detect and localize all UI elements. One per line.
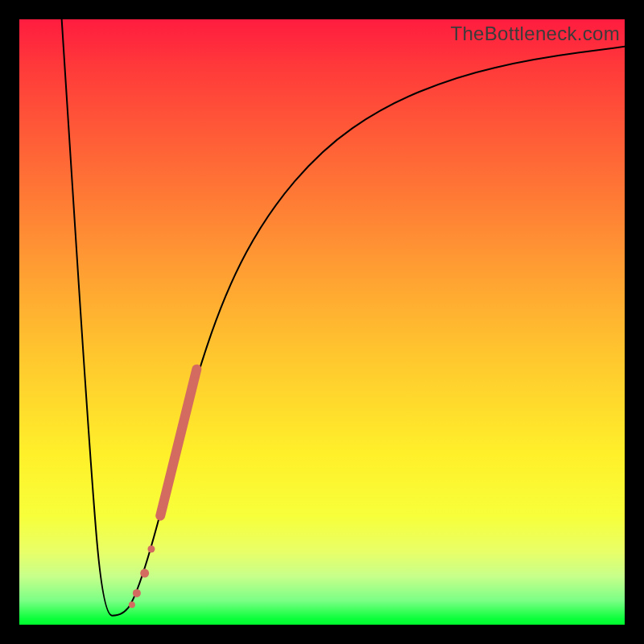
bottleneck-curve <box>62 19 625 616</box>
plot-area: TheBottleneck.com <box>19 19 625 625</box>
marker-dot <box>140 569 149 578</box>
marker-dot <box>133 589 141 597</box>
chart-stage: TheBottleneck.com <box>0 0 644 644</box>
marker-segment <box>160 369 196 516</box>
chart-svg <box>19 19 625 625</box>
marker-dot <box>129 601 135 608</box>
marker-dot <box>147 546 155 553</box>
